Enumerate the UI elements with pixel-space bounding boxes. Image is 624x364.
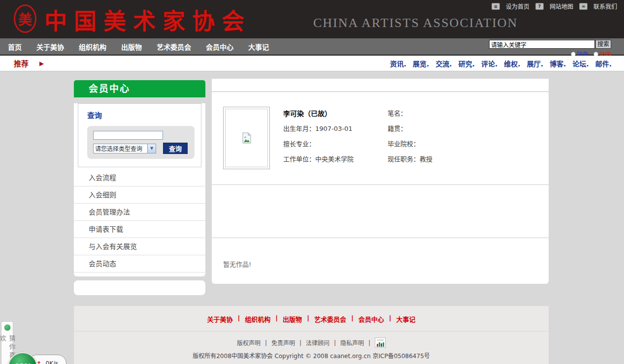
nav-item-about[interactable]: 关于美协 (36, 42, 64, 52)
page: 美 中国美术家协会 CHINA ARTISTS ASSOCIATION ≡ 设为… (0, 0, 624, 364)
empty-section (212, 185, 549, 238)
sidebar-item-join-rules[interactable]: 入会细则 (74, 186, 205, 204)
member-query-box: 查询 请您选择类型查询 ▼ 查询 (78, 103, 201, 167)
sidebar-item-member-management[interactable]: 会员管理办法 (74, 204, 205, 221)
main-nav: 首页 关于美协 组织机构 出版物 艺术委员会 会员中心 大事记 搜索 站外 站内 (0, 38, 624, 56)
query-type-selected-value: 请您选择类型查询 (94, 144, 147, 152)
footer-link-about[interactable]: 关于美协 (207, 314, 233, 324)
channel-blog[interactable]: 博客. (550, 59, 566, 68)
nav-item-member-center[interactable]: 会员中心 (206, 42, 233, 52)
footer: 关于美协 | 组织机构 | 出版物 | 艺术委员会 | 会员中心 | 大事记 版… (74, 306, 549, 364)
cnzz-bars-icon (377, 342, 384, 347)
channel-links: 资讯. 展览. 交流. 研究. 评论. 维权. 展厅. 博客. 论坛. 邮件. (390, 59, 612, 68)
cnzz-stats-badge[interactable]: cnzz (375, 337, 386, 348)
channel-review[interactable]: 评论. (481, 59, 497, 68)
nav-item-events[interactable]: 大事记 (248, 42, 269, 52)
footer-link-publications[interactable]: 出版物 (283, 314, 302, 324)
site-search: 搜索 (489, 40, 611, 49)
contact-link[interactable]: 联系我们 (593, 2, 617, 10)
sitemap-link[interactable]: 网站地图 (550, 2, 573, 10)
no-works-message: 暂无作品! (212, 238, 549, 284)
nav-item-art-committee[interactable]: 艺术委员会 (157, 42, 191, 52)
contact-icon: ∞ (579, 3, 588, 10)
speed-value: 0K/s (46, 360, 59, 364)
query-type-select[interactable]: 请您选择类型查询 ▼ (93, 144, 156, 153)
channel-news[interactable]: 资讯. (390, 59, 406, 68)
footer-link-events[interactable]: 大事记 (396, 314, 415, 324)
footer-legal-links: 版权声明 | 免责声明 | 法律顾问 | 隐私声明 | cnzz (74, 337, 549, 348)
sidebar-item-related-exhibitions[interactable]: 与入会有关展览 (74, 238, 205, 255)
query-label: 查询 (87, 110, 201, 120)
sub-nav: 推荐 ▶ 资讯. 展览. 交流. 研究. 评论. 维权. 展厅. 博客. 论坛.… (0, 56, 624, 71)
sidebar-item-join-process[interactable]: 入会流程 (74, 169, 205, 186)
school-field: 毕业院校： (388, 139, 432, 148)
site-logo: 中国美术家协会 (44, 3, 251, 35)
channel-exchange[interactable]: 交流. (435, 59, 452, 68)
legal-separator: | (265, 339, 267, 346)
set-homepage-icon: ≡ (492, 3, 500, 10)
origin-field: 籍贯： (388, 123, 432, 133)
member-detail-panel: 李可染（已故） 笔名： 出生年月：1907-03-01 籍贯： 擅长专业： 毕业… (212, 79, 549, 284)
position-value: 教授 (420, 155, 432, 163)
header-quick-links: ≡ 设为首页 ? 网站地图 ∞ 联系我们 (492, 2, 617, 10)
birth-date-value: 1907-03-01 (315, 125, 353, 132)
legal-separator: | (299, 339, 301, 346)
sidebar-item-member-news[interactable]: 会员动态 (74, 255, 205, 273)
chevron-down-icon: ▼ (147, 144, 156, 153)
cnzz-label: cnzz (377, 338, 383, 341)
recommend-arrow-icon: ▶ (39, 60, 44, 67)
nav-item-home[interactable]: 首页 (8, 42, 22, 52)
footer-separator: | (389, 314, 392, 324)
footer-separator: | (351, 314, 354, 324)
sidebar-panel: 查询 请您选择类型查询 ▼ 查询 入会流程 入会细 (74, 103, 205, 276)
legal-copyright-link[interactable]: 版权声明 (237, 338, 261, 347)
channel-exhibition[interactable]: 展览. (413, 59, 429, 68)
channel-forum[interactable]: 论坛. (572, 59, 589, 68)
green-dot-icon (4, 324, 11, 331)
legal-counsel-link[interactable]: 法律顾问 (306, 338, 329, 347)
query-form: 请您选择类型查询 ▼ 查询 (87, 126, 195, 159)
specialty-field: 擅长专业： (283, 139, 388, 148)
footer-separator: | (307, 314, 309, 324)
channel-mail[interactable]: 邮件. (595, 59, 612, 68)
main-area: 会员中心 查询 请您选择类型查询 ▼ 查询 (74, 79, 549, 295)
copyright-line: 版权所有2008中国美术家协会 Copyright © 2008 caanet.… (74, 352, 549, 360)
artist-photo-frame (223, 107, 270, 169)
work-unit-field: 工作单位：中央美术学院 (283, 154, 388, 163)
query-keyword-input[interactable] (93, 131, 163, 140)
position-field: 现任职务：教授 (388, 154, 432, 163)
nav-item-organization[interactable]: 组织机构 (79, 42, 106, 52)
footer-link-member-center[interactable]: 会员中心 (359, 314, 384, 324)
footer-link-art-committee[interactable]: 艺术委员会 (314, 314, 346, 324)
nav-item-publications[interactable]: 出版物 (121, 42, 142, 52)
channel-rights[interactable]: 维权. (504, 59, 520, 68)
footer-separator: | (238, 314, 240, 324)
sitemap-icon: ? (535, 3, 544, 10)
sidebar: 会员中心 查询 请您选择类型查询 ▼ 查询 (74, 79, 205, 295)
footer-link-organization[interactable]: 组织机构 (245, 314, 270, 324)
set-homepage-link[interactable]: 设为首页 (506, 2, 529, 10)
sidebar-item-application-download[interactable]: 申请表下载 (74, 221, 205, 238)
legal-separator: | (334, 339, 336, 346)
artist-info: 李可染（已故） 笔名： 出生年月：1907-03-01 籍贯： 擅长专业： 毕业… (283, 107, 432, 184)
artist-profile: 李可染（已故） 笔名： 出生年月：1907-03-01 籍贯： 擅长专业： 毕业… (212, 92, 549, 185)
footer-separator: | (275, 314, 278, 324)
birth-date-field: 出生年月：1907-03-01 (283, 123, 388, 133)
recommend-label: 推荐 (14, 58, 29, 68)
pen-name-field: 笔名： (388, 108, 432, 118)
site-header: 美 中国美术家协会 CHINA ARTISTS ASSOCIATION ≡ 设为… (0, 0, 624, 38)
search-input[interactable] (489, 40, 595, 49)
search-button[interactable]: 搜索 (595, 40, 611, 49)
association-seal-icon: 美 (14, 4, 36, 33)
query-submit-button[interactable]: 查询 (163, 143, 188, 154)
sidebar-menu: 入会流程 入会细则 会员管理办法 申请表下载 与入会有关展览 会员动态 (74, 169, 205, 273)
channel-gallery[interactable]: 展厅. (527, 59, 543, 68)
artist-photo (225, 109, 268, 167)
legal-disclaimer-link[interactable]: 免责声明 (271, 338, 295, 347)
query-select-row: 请您选择类型查询 ▼ 查询 (93, 143, 190, 154)
legal-privacy-link[interactable]: 隐私声明 (340, 338, 364, 347)
work-unit-value: 中央美术学院 (315, 155, 354, 163)
channel-research[interactable]: 研究. (459, 59, 475, 68)
english-site-title: CHINA ARTISTS ASSOCIATION (313, 16, 518, 30)
sidebar-title: 会员中心 (74, 80, 205, 97)
